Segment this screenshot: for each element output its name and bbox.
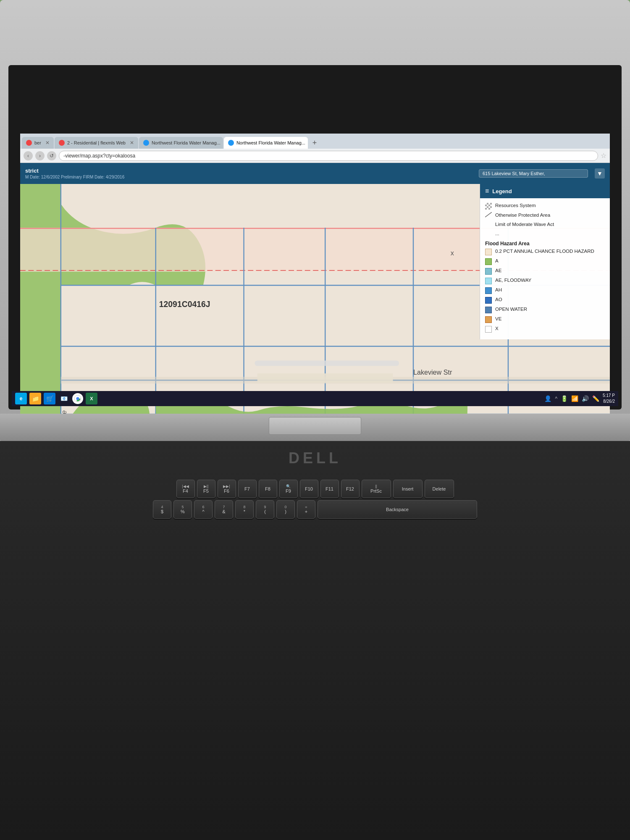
- taskbar-wifi-icon: 📶: [571, 395, 578, 402]
- svg-point-28: [76, 397, 79, 400]
- key-backspace[interactable]: Backspace: [318, 500, 477, 519]
- forward-button[interactable]: ›: [35, 151, 45, 160]
- taskbar-store-icon[interactable]: 🛒: [44, 393, 55, 404]
- legend-item-ae-floodway: AE, FLOODWAY: [485, 277, 605, 284]
- keyboard-area: DELL |◀◀F4 ▶||F5 ▶▶|F6 F7 F8 🔍F9 F10 F11…: [0, 441, 630, 840]
- key-delete[interactable]: Delete: [425, 480, 454, 498]
- site-title: strict: [25, 168, 472, 174]
- dell-brand: DELL: [289, 449, 341, 467]
- legend-item-protected-area: Otherwise Protected Area: [485, 212, 605, 219]
- tab-nwfwmd-2[interactable]: Northwest Florida Water Manag... ✕: [224, 137, 308, 149]
- legend-item-ellipsis: ...: [485, 231, 605, 237]
- taskbar-chrome-icon[interactable]: [72, 393, 83, 404]
- key-percent[interactable]: 5%: [173, 500, 192, 519]
- legend-item-02pct: 0.2 PCT ANNUAL CHANCE FLOOD HAZARD: [485, 248, 605, 255]
- svg-text:12091C0416J: 12091C0416J: [159, 299, 210, 309]
- key-dollar[interactable]: 4$: [153, 500, 171, 519]
- legend-item-resources-system: Resources System: [485, 202, 605, 210]
- site-header: strict M Date: 12/6/2002 Preliminary FIR…: [20, 163, 610, 184]
- legend-flood-section-title: Flood Hazard Area: [485, 241, 605, 247]
- legend-body: Resources System Otherwise Protected Are…: [480, 198, 610, 339]
- legend-item-wave-act: Limit of Moderate Wave Act: [485, 221, 605, 228]
- back-button[interactable]: ‹: [24, 151, 33, 160]
- key-f7[interactable]: F7: [238, 480, 257, 498]
- taskbar-person-icon[interactable]: 👤: [544, 395, 551, 402]
- key-plus[interactable]: =+: [297, 500, 315, 519]
- legend-item-ve: VE: [485, 316, 605, 323]
- key-f9[interactable]: 🔍F9: [279, 480, 298, 498]
- taskbar-battery-icon: 🔋: [561, 395, 568, 402]
- legend-panel: ≡ Legend Resources System Otherwise: [480, 184, 610, 339]
- site-dates: M Date: 12/6/2002 Preliminary FIRM Date:…: [25, 175, 472, 179]
- taskbar-edge-icon[interactable]: e: [15, 393, 27, 404]
- key-f11[interactable]: F11: [320, 480, 339, 498]
- bookmark-star[interactable]: ☆: [601, 152, 606, 160]
- legend-menu-icon[interactable]: ≡: [485, 187, 489, 195]
- legend-item-x: X: [485, 326, 605, 333]
- key-f6[interactable]: ▶▶|F6: [218, 480, 236, 498]
- key-f5[interactable]: ▶||F5: [197, 480, 215, 498]
- taskbar-volume-icon[interactable]: 🔊: [582, 395, 589, 402]
- key-f12[interactable]: F12: [341, 480, 360, 498]
- url-text: -viewer/map.aspx?cty=okaloosa: [63, 153, 135, 159]
- site-search-input[interactable]: [479, 169, 588, 178]
- reload-button[interactable]: ↺: [47, 151, 56, 160]
- trackpad[interactable]: [269, 417, 361, 435]
- taskbar: e 📁 🛒 📧 X 👤 ^ 🔋 📶 🔊 ✏️: [12, 391, 618, 406]
- key-asterisk[interactable]: 8*: [235, 500, 254, 519]
- key-closeparen[interactable]: 0): [276, 500, 295, 519]
- taskbar-clock: 5:17 P 8/26/2: [603, 393, 615, 404]
- key-openparen[interactable]: 9(: [256, 500, 274, 519]
- taskbar-pen-icon: ✏️: [592, 395, 599, 402]
- number-key-row: 4$ 5% 6^ 7& 8* 9( 0) =+ Backspace: [153, 500, 477, 519]
- key-f4[interactable]: |◀◀F4: [176, 480, 195, 498]
- key-prtsc[interactable]: ||PrtSc: [362, 480, 391, 498]
- legend-item-ae: AE: [485, 268, 605, 275]
- key-f8[interactable]: F8: [259, 480, 277, 498]
- taskbar-system-icons: 👤 ^ 🔋 📶 🔊 ✏️ 5:17 P 8/26/2: [544, 393, 615, 404]
- svg-rect-19: [257, 373, 393, 383]
- key-ampersand[interactable]: 7&: [215, 500, 233, 519]
- taskbar-chevron-icon[interactable]: ^: [555, 396, 557, 402]
- tab-flexmls[interactable]: 2 - Residential | flexmls Web ✕: [55, 137, 138, 149]
- svg-text:Lakeview Str: Lakeview Str: [413, 368, 452, 376]
- legend-item-open-water: OPEN WATER: [485, 306, 605, 313]
- screen-bezel: ber ✕ 2 - Residential | flexmls Web ✕ No…: [8, 65, 622, 410]
- key-caret[interactable]: 6^: [194, 500, 213, 519]
- dropdown-button[interactable]: ▼: [595, 168, 605, 178]
- url-box[interactable]: -viewer/map.aspx?cty=okaloosa: [59, 151, 598, 161]
- tab-ber[interactable]: ber ✕: [22, 137, 54, 149]
- legend-item-a: A: [485, 258, 605, 265]
- legend-item-ao: AO: [485, 297, 605, 304]
- svg-line-26: [485, 212, 492, 217]
- taskbar-mail-icon[interactable]: 📧: [58, 393, 70, 404]
- key-f10[interactable]: F10: [300, 480, 318, 498]
- laptop-chin: [0, 414, 630, 441]
- address-bar: ‹ › ↺ -viewer/map.aspx?cty=okaloosa ☆: [20, 149, 610, 163]
- taskbar-folder-icon[interactable]: 📁: [29, 393, 41, 404]
- legend-header: ≡ Legend: [480, 184, 610, 198]
- tab-bar: ber ✕ 2 - Residential | flexmls Web ✕ No…: [20, 134, 610, 149]
- new-tab-button[interactable]: +: [309, 137, 320, 149]
- taskbar-excel-icon[interactable]: X: [86, 393, 97, 404]
- site-header-left: strict M Date: 12/6/2002 Preliminary FIR…: [25, 168, 472, 179]
- svg-text:x: x: [451, 249, 454, 257]
- fn-key-row: |◀◀F4 ▶||F5 ▶▶|F6 F7 F8 🔍F9 F10 F11 F12 …: [176, 480, 454, 498]
- laptop-shell: ber ✕ 2 - Residential | flexmls Web ✕ No…: [0, 0, 630, 441]
- tab-nwfwmd-1[interactable]: Northwest Florida Water Manag... ✕: [139, 137, 223, 149]
- legend-title: Legend: [492, 188, 512, 194]
- legend-item-ah: AH: [485, 287, 605, 294]
- key-insert[interactable]: Insert: [393, 480, 423, 498]
